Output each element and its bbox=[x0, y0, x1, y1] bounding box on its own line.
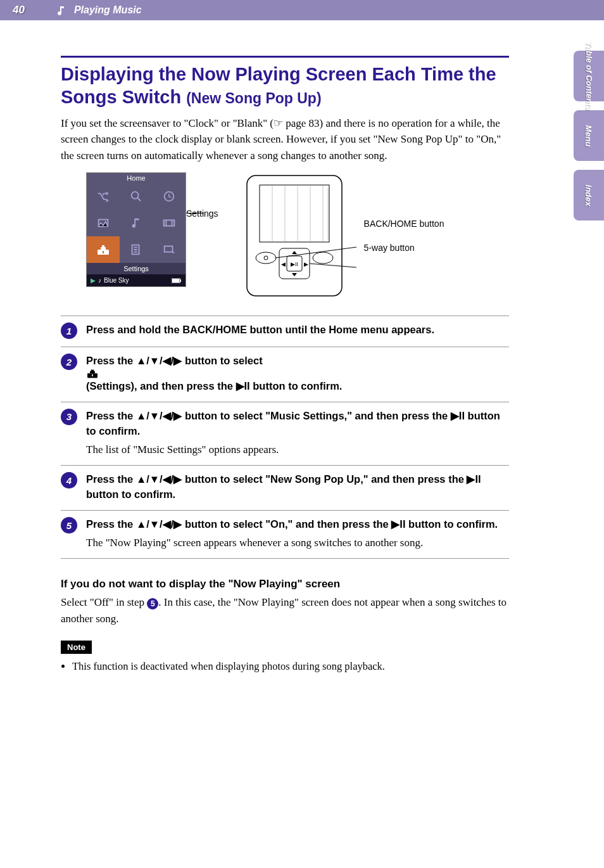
page-title: Displaying the Now Playing Screen Each T… bbox=[61, 63, 509, 109]
step-block: 4Press the ▲/▼/◀/▶ button to select "New… bbox=[61, 465, 509, 510]
arrow-buttons-icon: ▲/▼/◀/▶ bbox=[136, 355, 182, 366]
back-home-callout: BACK/HOME button bbox=[364, 218, 444, 229]
tab-table-of-contents[interactable]: Table of Contents bbox=[574, 51, 604, 101]
step-number: 2 bbox=[61, 354, 77, 370]
page-number: 40 bbox=[13, 4, 25, 16]
home-grid bbox=[87, 183, 186, 263]
settings-icon-selected bbox=[87, 236, 120, 263]
svg-text:▶II: ▶II bbox=[291, 261, 298, 267]
nowplaying-icon bbox=[153, 236, 186, 263]
shuffle-icon bbox=[87, 183, 120, 210]
settings-toolbox-icon bbox=[86, 369, 509, 379]
photo-icon bbox=[87, 210, 120, 236]
svg-point-22 bbox=[313, 252, 333, 264]
music-note-icon bbox=[56, 5, 66, 15]
clock-icon bbox=[153, 183, 186, 210]
diagrams-row: Home Settings ▶♪Blue Sky bbox=[61, 172, 509, 299]
step-number: 5 bbox=[61, 517, 77, 533]
play-pause-icon: ▶II bbox=[391, 518, 405, 530]
step-heading: Press the ▲/▼/◀/▶ button to select (Sett… bbox=[86, 354, 509, 394]
step-number: 4 bbox=[61, 472, 77, 488]
step-number: 3 bbox=[61, 409, 77, 425]
page-content: Displaying the Now Playing Screen Each T… bbox=[0, 20, 604, 698]
svg-point-20 bbox=[256, 252, 276, 264]
device-svg: ▶II ◀ ▶ bbox=[231, 172, 358, 299]
step-description: The list of "Music Settings" options app… bbox=[86, 442, 509, 458]
alt-body: Select "Off" in step 5. In this case, th… bbox=[61, 594, 509, 627]
play-pause-icon: ▶II bbox=[467, 473, 481, 485]
title-rule bbox=[61, 56, 509, 58]
svg-rect-5 bbox=[103, 251, 104, 253]
intro-paragraph: If you set the screensaver to "Clock" or… bbox=[61, 115, 509, 164]
screen-title: Home bbox=[87, 173, 186, 183]
step-heading: Press the ▲/▼/◀/▶ button to select "Musi… bbox=[86, 409, 509, 439]
alt-heading: If you do not want to display the "Now P… bbox=[61, 578, 509, 590]
video-icon bbox=[153, 210, 186, 236]
play-pause-icon: ▶II bbox=[451, 410, 465, 421]
step-block: 5Press the ▲/▼/◀/▶ button to select "On,… bbox=[61, 510, 509, 558]
alt-section: If you do not want to display the "Now P… bbox=[61, 578, 509, 627]
music-icon bbox=[120, 210, 153, 236]
svg-text:◀: ◀ bbox=[280, 261, 285, 267]
step-heading: Press the ▲/▼/◀/▶ button to select "New … bbox=[86, 472, 509, 502]
battery-icon bbox=[172, 278, 182, 283]
note-item: This function is deactivated when displa… bbox=[72, 660, 509, 673]
arrow-buttons-icon: ▲/▼/◀/▶ bbox=[136, 473, 182, 485]
inline-step-bullet: 5 bbox=[147, 598, 158, 610]
playlist-icon bbox=[120, 236, 153, 263]
player-screen-diagram: Home Settings ▶♪Blue Sky bbox=[61, 172, 218, 287]
svg-text:▶: ▶ bbox=[303, 261, 308, 267]
step-block: 1Press and hold the BACK/HOME button unt… bbox=[61, 316, 509, 347]
step-number: 1 bbox=[61, 322, 77, 339]
play-pause-icon: ▶II bbox=[236, 380, 250, 392]
screen-nowplaying-bar: ▶♪Blue Sky bbox=[87, 274, 186, 286]
screen-settings-label: Settings bbox=[87, 263, 186, 274]
note-label: Note bbox=[61, 641, 92, 654]
svg-point-0 bbox=[132, 192, 139, 199]
side-tabs: Table of Contents Menu Index bbox=[574, 51, 604, 220]
step-heading: Press the ▲/▼/◀/▶ button to select "On,"… bbox=[86, 517, 509, 532]
arrow-buttons-icon: ▲/▼/◀/▶ bbox=[136, 518, 182, 530]
settings-callout: Settings bbox=[186, 224, 218, 235]
search-icon bbox=[120, 183, 153, 210]
tab-menu[interactable]: Menu bbox=[574, 110, 604, 161]
step-heading: Press and hold the BACK/HOME button unti… bbox=[86, 322, 509, 338]
5way-callout: 5-way button bbox=[364, 242, 444, 253]
step-description: The "Now Playing" screen appears wheneve… bbox=[86, 535, 509, 551]
svg-rect-3 bbox=[164, 220, 175, 226]
player-screen: Home Settings ▶♪Blue Sky bbox=[86, 172, 186, 287]
page-header: 40 Playing Music bbox=[0, 0, 604, 20]
arrow-buttons-icon: ▲/▼/◀/▶ bbox=[136, 410, 182, 421]
note-list: This function is deactivated when displa… bbox=[61, 660, 509, 673]
svg-rect-10 bbox=[172, 279, 179, 283]
device-diagram: ▶II ◀ ▶ BACK/HOME button 5-way button bbox=[231, 172, 444, 299]
svg-rect-7 bbox=[165, 246, 173, 252]
step-block: 2Press the ▲/▼/◀/▶ button to select (Set… bbox=[61, 347, 509, 402]
svg-rect-31 bbox=[92, 374, 93, 376]
svg-rect-9 bbox=[180, 279, 181, 282]
svg-rect-12 bbox=[260, 185, 329, 242]
step-block: 3Press the ▲/▼/◀/▶ button to select "Mus… bbox=[61, 402, 509, 465]
tab-index[interactable]: Index bbox=[574, 170, 604, 220]
section-title: Playing Music bbox=[74, 4, 142, 16]
